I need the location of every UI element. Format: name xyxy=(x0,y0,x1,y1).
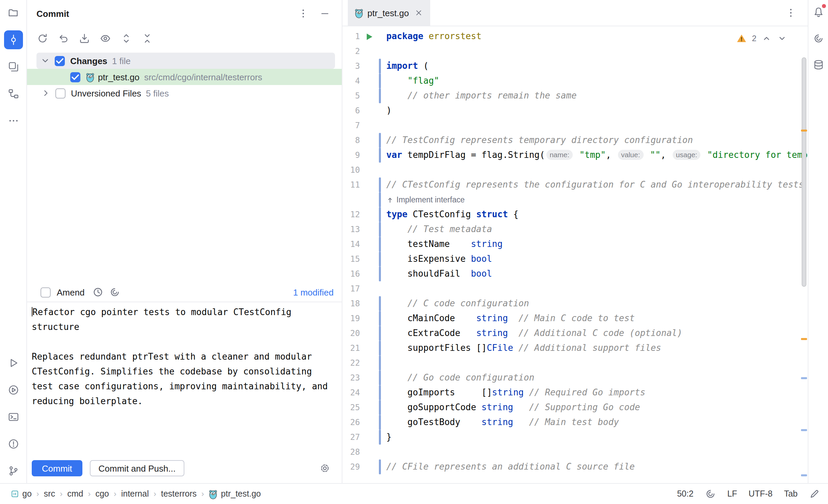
scrollbar-stripe-mark[interactable] xyxy=(801,474,807,476)
scrollbar-thumb[interactable] xyxy=(802,57,806,287)
changes-checkbox[interactable] xyxy=(55,56,65,66)
gutter[interactable] xyxy=(360,163,379,177)
gutter[interactable] xyxy=(360,281,379,296)
line-number[interactable]: 1 xyxy=(342,29,360,44)
project-tool-button[interactable] xyxy=(4,3,23,22)
gutter[interactable] xyxy=(360,445,379,459)
gutter[interactable] xyxy=(360,430,379,445)
close-tab-icon[interactable] xyxy=(414,8,424,18)
line-number[interactable]: 19 xyxy=(342,311,360,326)
gutter[interactable] xyxy=(360,207,379,222)
commit-message-history-icon[interactable] xyxy=(93,287,103,298)
chevron-down-icon[interactable] xyxy=(40,55,51,66)
gutter[interactable] xyxy=(360,222,379,237)
gutter[interactable] xyxy=(360,415,379,430)
indent-style[interactable]: Tab xyxy=(784,489,798,499)
line-number[interactable]: 28 xyxy=(342,445,360,459)
gutter[interactable] xyxy=(360,44,379,59)
gutter[interactable] xyxy=(360,311,379,326)
line-number[interactable]: 18 xyxy=(342,296,360,311)
breadcrumb-item[interactable]: src xyxy=(44,489,55,499)
changed-file-row[interactable]: ptr_test.go src/cmd/cgo/internal/testerr… xyxy=(27,69,342,85)
write-access-icon[interactable] xyxy=(809,488,820,499)
notifications-button[interactable] xyxy=(809,3,827,21)
editor-body[interactable]: 1package errorstest23import (4 "flag"5 /… xyxy=(342,26,808,483)
editor-tab[interactable]: ptr_test.go xyxy=(348,0,431,26)
amend-checkbox[interactable] xyxy=(41,287,51,297)
line-number[interactable]: 13 xyxy=(342,222,360,237)
ai-assistant-status-icon[interactable] xyxy=(705,488,716,499)
database-button[interactable] xyxy=(809,56,827,74)
shelve-button[interactable] xyxy=(77,31,92,46)
breadcrumb-item[interactable]: cgo xyxy=(95,489,109,499)
expand-all-button[interactable] xyxy=(119,31,134,46)
more-tool-windows-button[interactable] xyxy=(4,111,23,130)
line-number[interactable]: 6 xyxy=(342,103,360,118)
structure-tool-button[interactable] xyxy=(4,84,23,103)
line-number[interactable] xyxy=(342,192,360,207)
line-number[interactable]: 22 xyxy=(342,356,360,370)
services-tool-button[interactable] xyxy=(4,381,23,399)
gutter[interactable] xyxy=(360,88,379,103)
line-number[interactable]: 5 xyxy=(342,88,360,103)
rollback-button[interactable] xyxy=(56,31,71,46)
gutter[interactable] xyxy=(360,356,379,370)
modified-files-badge[interactable]: 1 modified xyxy=(293,287,334,297)
gutter[interactable] xyxy=(360,59,379,74)
collapse-all-button[interactable] xyxy=(140,31,155,46)
breadcrumb-item[interactable]: ptr_test.go xyxy=(209,489,261,499)
line-number[interactable]: 23 xyxy=(342,370,360,385)
line-number[interactable]: 27 xyxy=(342,430,360,445)
line-number[interactable]: 25 xyxy=(342,400,360,415)
gutter[interactable] xyxy=(360,252,379,267)
changes-group-row[interactable]: Changes 1 file xyxy=(36,53,335,69)
previous-problem-icon[interactable] xyxy=(761,33,772,44)
inspections-widget[interactable]: 2 xyxy=(734,32,790,45)
gutter[interactable] xyxy=(360,370,379,385)
scrollbar-stripe-mark[interactable] xyxy=(801,338,807,340)
line-number[interactable]: 16 xyxy=(342,267,360,281)
gutter[interactable] xyxy=(360,341,379,356)
gutter[interactable] xyxy=(360,459,379,474)
editor-scrollbar[interactable] xyxy=(800,53,808,483)
line-number[interactable]: 15 xyxy=(342,252,360,267)
line-number[interactable]: 17 xyxy=(342,281,360,296)
chevron-right-icon[interactable] xyxy=(41,88,51,99)
breadcrumb-item[interactable]: internal xyxy=(121,489,149,499)
editor-options-icon[interactable] xyxy=(783,5,798,20)
gutter[interactable] xyxy=(360,192,379,207)
line-number[interactable]: 11 xyxy=(342,177,360,192)
breadcrumb-item[interactable]: cmd xyxy=(67,489,83,499)
line-number[interactable]: 24 xyxy=(342,385,360,400)
commit-and-push-button[interactable]: Commit and Push... xyxy=(90,460,184,476)
line-number[interactable]: 21 xyxy=(342,341,360,356)
gutter[interactable] xyxy=(360,148,379,163)
line-number[interactable]: 9 xyxy=(342,148,360,163)
line-number[interactable]: 7 xyxy=(342,118,360,133)
refresh-button[interactable] xyxy=(35,31,50,46)
commit-tool-button[interactable] xyxy=(4,30,23,49)
line-number[interactable]: 10 xyxy=(342,163,360,177)
breadcrumb-item[interactable]: go xyxy=(11,489,32,499)
preview-diff-button[interactable] xyxy=(98,31,113,46)
ai-generate-message-icon[interactable] xyxy=(109,287,120,298)
commit-button[interactable]: Commit xyxy=(32,460,82,476)
commit-message-editor[interactable]: Refactor cgo pointer tests to modular CT… xyxy=(27,302,342,453)
line-number[interactable]: 12 xyxy=(342,207,360,222)
commit-panel-options-icon[interactable] xyxy=(296,6,311,21)
gutter[interactable] xyxy=(360,29,379,44)
line-number[interactable]: 26 xyxy=(342,415,360,430)
unversioned-checkbox[interactable] xyxy=(55,88,66,98)
gutter[interactable] xyxy=(360,400,379,415)
line-separator[interactable]: LF xyxy=(727,489,737,499)
gutter[interactable] xyxy=(360,237,379,252)
caret-position[interactable]: 50:2 xyxy=(677,489,694,499)
gutter[interactable] xyxy=(360,118,379,133)
gutter[interactable] xyxy=(360,385,379,400)
pull-requests-tool-button[interactable] xyxy=(4,57,23,76)
scrollbar-stripe-mark[interactable] xyxy=(801,130,807,132)
implement-interface-hint[interactable]: Implement interface xyxy=(381,192,465,207)
gutter[interactable] xyxy=(360,296,379,311)
gutter[interactable] xyxy=(360,326,379,341)
file-encoding[interactable]: UTF-8 xyxy=(749,489,773,499)
